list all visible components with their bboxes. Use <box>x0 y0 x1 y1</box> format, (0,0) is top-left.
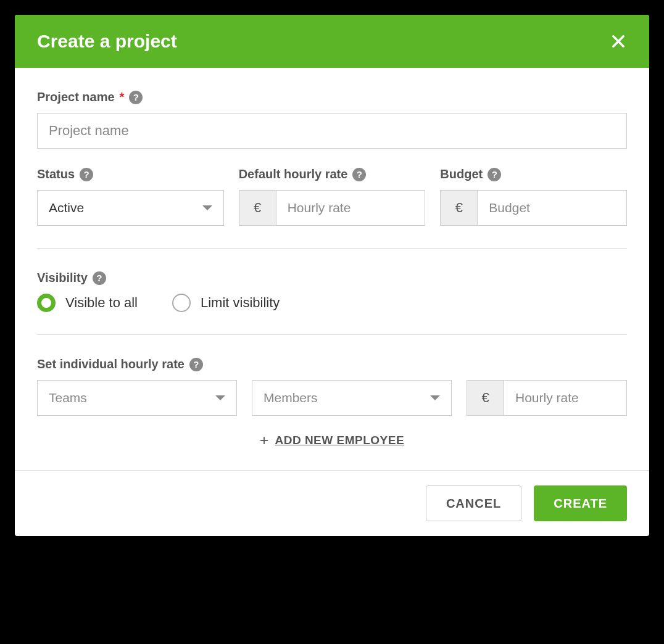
hourly-rate-label-text: Default hourly rate <box>239 167 348 181</box>
radio-icon <box>172 294 191 312</box>
project-name-label: Project name * ? <box>37 90 627 104</box>
help-icon[interactable]: ? <box>189 358 203 371</box>
individual-rate-row: Teams Members € <box>37 380 627 416</box>
visibility-option-all[interactable]: Visible to all <box>37 294 138 312</box>
visibility-label-text: Visibility <box>37 271 88 285</box>
status-select[interactable]: Active <box>37 190 224 226</box>
visibility-label: Visibility ? <box>37 271 627 285</box>
help-icon[interactable]: ? <box>488 168 501 181</box>
modal-footer: CANCEL CREATE <box>15 470 649 536</box>
close-icon <box>610 33 627 50</box>
divider <box>37 334 627 335</box>
required-indicator: * <box>120 90 125 104</box>
individual-rate-group: € <box>467 380 627 416</box>
radio-icon <box>37 294 56 312</box>
visibility-option-limit[interactable]: Limit visibility <box>172 294 280 312</box>
row-status-rate-budget: Status ? Active Default hourly rate ? € <box>37 167 627 226</box>
chevron-down-icon <box>202 205 212 210</box>
status-label-text: Status <box>37 167 75 181</box>
currency-prefix: € <box>467 381 504 415</box>
help-icon[interactable]: ? <box>129 91 143 104</box>
project-name-input[interactable] <box>37 113 627 149</box>
currency-prefix: € <box>239 191 276 225</box>
visibility-option-limit-label: Limit visibility <box>201 295 280 311</box>
status-label: Status ? <box>37 167 224 181</box>
create-button[interactable]: CREATE <box>534 485 627 521</box>
visibility-option-all-label: Visible to all <box>65 295 138 311</box>
divider <box>37 248 627 249</box>
hourly-rate-col: Default hourly rate ? € <box>239 167 426 226</box>
budget-label-text: Budget <box>440 167 483 181</box>
budget-col: Budget ? € <box>440 167 627 226</box>
create-project-modal: Create a project Project name * ? Status… <box>15 15 649 536</box>
hourly-rate-input[interactable] <box>276 191 425 225</box>
chevron-down-icon <box>430 395 440 400</box>
individual-rate-label: Set individual hourly rate ? <box>37 357 627 371</box>
teams-select[interactable]: Teams <box>37 380 237 416</box>
individual-rate-label-text: Set individual hourly rate <box>37 357 185 371</box>
currency-prefix: € <box>441 191 478 225</box>
close-button[interactable] <box>610 33 627 50</box>
status-value: Active <box>49 200 84 215</box>
members-select[interactable]: Members <box>252 380 452 416</box>
project-name-label-text: Project name <box>37 90 115 104</box>
status-col: Status ? Active <box>37 167 224 226</box>
help-icon[interactable]: ? <box>93 271 106 285</box>
chevron-down-icon <box>215 395 225 400</box>
modal-title: Create a project <box>37 31 177 52</box>
add-employee-row: + ADD NEW EMPLOYEE <box>37 433 627 470</box>
hourly-rate-group: € <box>239 190 426 226</box>
budget-label: Budget ? <box>440 167 627 181</box>
help-icon[interactable]: ? <box>352 168 366 181</box>
teams-placeholder: Teams <box>49 390 87 405</box>
modal-header: Create a project <box>15 15 649 68</box>
hourly-rate-label: Default hourly rate ? <box>239 167 426 181</box>
add-employee-label: ADD NEW EMPLOYEE <box>275 434 404 447</box>
modal-body: Project name * ? Status ? Active Default… <box>15 68 649 470</box>
help-icon[interactable]: ? <box>80 168 93 181</box>
visibility-radio-group: Visible to all Limit visibility <box>37 294 627 312</box>
members-placeholder: Members <box>264 390 318 405</box>
plus-icon: + <box>260 433 269 448</box>
individual-rate-input[interactable] <box>504 381 626 415</box>
cancel-button[interactable]: CANCEL <box>426 485 521 521</box>
add-employee-button[interactable]: + ADD NEW EMPLOYEE <box>260 433 404 448</box>
budget-input[interactable] <box>478 191 626 225</box>
budget-group: € <box>440 190 627 226</box>
